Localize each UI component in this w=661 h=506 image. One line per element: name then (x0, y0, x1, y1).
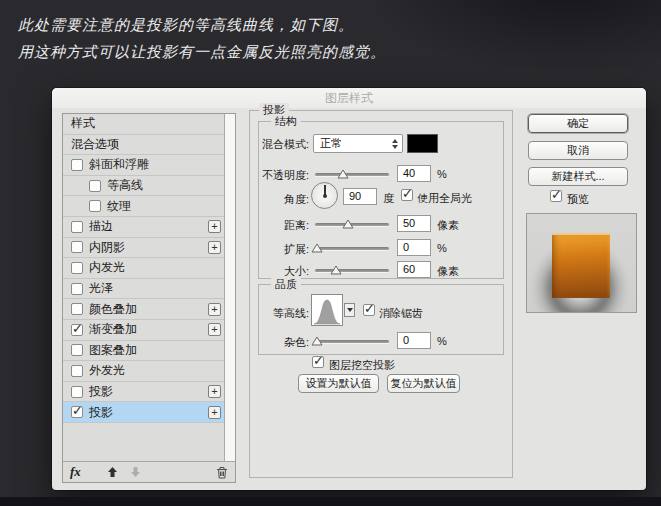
style-list-item[interactable]: 等高线 (63, 176, 224, 197)
style-list-item[interactable]: 渐变叠加+ (63, 320, 224, 341)
preview-square (552, 233, 610, 298)
opacity-unit: % (437, 168, 447, 180)
distance-slider[interactable] (315, 223, 389, 226)
trash-icon[interactable] (216, 466, 228, 479)
style-item-checkbox[interactable] (71, 159, 83, 171)
opacity-value[interactable]: 40 (397, 165, 431, 182)
style-item-checkbox[interactable] (71, 262, 83, 274)
style-list-item[interactable]: 外发光 (63, 361, 224, 382)
style-item-checkbox[interactable] (71, 344, 83, 356)
size-value[interactable]: 60 (397, 261, 431, 278)
blend-mode-select[interactable]: 正常 (313, 134, 403, 153)
size-unit: 像素 (437, 264, 459, 279)
style-item-label: 等高线 (107, 177, 143, 194)
style-list-item[interactable]: 内发光 (63, 258, 224, 279)
style-list-item[interactable]: 样式 (63, 114, 224, 135)
bottom-dark-bar (0, 497, 661, 506)
spread-value[interactable]: 0 (397, 239, 431, 256)
new-style-button[interactable]: 新建样式... (528, 167, 628, 186)
style-preview (526, 213, 637, 313)
style-item-checkbox[interactable] (71, 241, 83, 253)
angle-dial[interactable] (311, 182, 338, 209)
preview-label: 预览 (567, 192, 589, 207)
style-list-item[interactable]: 颜色叠加+ (63, 299, 224, 320)
duplicate-style-button[interactable]: + (208, 406, 221, 419)
style-item-label: 内阴影 (89, 239, 125, 256)
style-item-label: 混合选项 (71, 136, 119, 153)
contour-thumbnail[interactable] (311, 294, 343, 326)
noise-label: 杂色: (259, 335, 309, 350)
style-list-item[interactable]: 投影+ (63, 402, 224, 423)
opacity-slider[interactable] (315, 173, 389, 176)
noise-slider[interactable] (315, 340, 389, 343)
use-global-light-checkbox[interactable] (401, 189, 413, 201)
style-list-item[interactable]: 纹理 (63, 196, 224, 217)
shadow-color-swatch[interactable] (407, 134, 438, 153)
contour-label: 等高线: (259, 306, 309, 321)
contour-picker-arrow[interactable] (344, 303, 355, 317)
style-item-label: 图案叠加 (89, 342, 137, 359)
opacity-slider-thumb[interactable] (337, 169, 349, 179)
make-default-button[interactable]: 设置为默认值 (298, 374, 379, 393)
move-down-icon (130, 466, 141, 478)
layer-knockout-label: 图层挖空投影 (329, 358, 395, 373)
style-item-label: 斜面和浮雕 (89, 156, 149, 173)
style-item-label: 样式 (71, 115, 95, 132)
style-item-label: 投影 (89, 383, 113, 400)
dialog-title: 图层样式 (325, 91, 373, 105)
quality-section: 品质 等高线: 消除锯齿 杂色: 0 % (258, 284, 504, 355)
noise-value[interactable]: 0 (397, 332, 431, 349)
fx-menu-icon[interactable]: fx (70, 465, 81, 479)
style-item-label: 渐变叠加 (89, 321, 137, 338)
style-item-checkbox[interactable] (71, 283, 83, 295)
reset-default-button[interactable]: 复位为默认值 (387, 374, 460, 393)
style-item-checkbox[interactable] (89, 200, 101, 212)
spread-slider[interactable] (315, 247, 389, 250)
ok-button[interactable]: 确定 (528, 114, 628, 133)
cancel-button[interactable]: 取消 (528, 141, 628, 160)
contour-curve-icon (312, 295, 342, 325)
style-list-item[interactable]: 图案叠加 (63, 341, 224, 362)
note-line-2: 用这种方式可以让投影有一点金属反光照亮的感觉。 (18, 38, 386, 65)
layer-knockout-checkbox[interactable] (312, 356, 324, 368)
noise-slider-thumb[interactable] (311, 336, 323, 346)
distance-value[interactable]: 50 (397, 215, 431, 232)
note-line-1: 此处需要注意的是投影的等高线曲线，如下图。 (18, 11, 386, 38)
styles-list: 样式混合选项斜面和浮雕等高线纹理描边+内阴影+内发光光泽颜色叠加+渐变叠加+图案… (63, 114, 224, 461)
style-item-label: 颜色叠加 (89, 301, 137, 318)
size-slider-thumb[interactable] (330, 265, 342, 275)
style-list-item[interactable]: 混合选项 (63, 135, 224, 156)
style-list-item[interactable]: 斜面和浮雕 (63, 155, 224, 176)
angle-value[interactable]: 90 (343, 188, 377, 205)
style-item-checkbox[interactable] (89, 180, 101, 192)
anti-alias-checkbox[interactable] (363, 304, 375, 316)
style-item-checkbox[interactable] (71, 406, 83, 418)
style-list-item[interactable]: 光泽 (63, 279, 224, 300)
distance-slider-thumb[interactable] (342, 219, 354, 229)
duplicate-style-button[interactable]: + (208, 220, 221, 233)
style-item-checkbox[interactable] (71, 386, 83, 398)
duplicate-style-button[interactable]: + (208, 385, 221, 398)
styles-scrollbar[interactable] (224, 114, 235, 461)
style-list-item[interactable]: 内阴影+ (63, 238, 224, 259)
structure-legend: 结构 (271, 114, 301, 129)
move-up-icon[interactable] (107, 466, 118, 478)
style-list-item[interactable]: 投影+ (63, 382, 224, 403)
style-list-item[interactable]: 描边+ (63, 217, 224, 238)
duplicate-style-button[interactable]: + (208, 241, 221, 254)
styles-toolbar: fx (63, 461, 235, 482)
style-item-checkbox[interactable] (71, 365, 83, 377)
quality-legend: 品质 (271, 277, 301, 292)
preview-checkbox[interactable] (550, 190, 562, 202)
style-item-checkbox[interactable] (71, 221, 83, 233)
spread-slider-thumb[interactable] (311, 243, 323, 253)
duplicate-style-button[interactable]: + (208, 303, 221, 316)
style-item-label: 光泽 (89, 280, 113, 297)
use-global-light-label: 使用全局光 (417, 191, 472, 206)
style-item-checkbox[interactable] (71, 324, 83, 336)
duplicate-style-button[interactable]: + (208, 323, 221, 336)
size-slider[interactable] (315, 269, 389, 272)
style-item-checkbox[interactable] (71, 303, 83, 315)
noise-unit: % (437, 335, 447, 347)
styles-panel: 样式混合选项斜面和浮雕等高线纹理描边+内阴影+内发光光泽颜色叠加+渐变叠加+图案… (62, 113, 236, 483)
